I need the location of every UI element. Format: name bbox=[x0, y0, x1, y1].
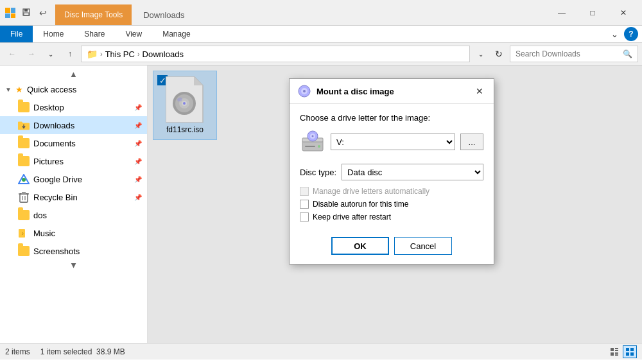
desktop-icon bbox=[18, 101, 30, 113]
large-icons-view-btn[interactable] bbox=[623, 345, 637, 358]
svg-rect-40 bbox=[630, 348, 634, 351]
address-bar: ← → ⌄ ↑ 📁 › This PC › Downloads ⌄ ↻ 🔍 bbox=[0, 43, 642, 65]
disc-image-tools-tab[interactable]: Disc Image Tools bbox=[55, 4, 132, 25]
svg-point-30 bbox=[312, 135, 314, 137]
qat-save-btn[interactable] bbox=[19, 6, 33, 20]
drive-icon bbox=[300, 129, 325, 155]
ribbon-file-tab[interactable]: File bbox=[0, 26, 33, 42]
disc-type-label: Disc type: bbox=[300, 168, 336, 177]
sidebar-item-googledrive[interactable]: Google Drive 📌 bbox=[0, 170, 147, 188]
keep-drive-checkbox[interactable] bbox=[300, 212, 309, 221]
disc-type-select[interactable]: Data disc bbox=[342, 164, 483, 180]
ribbon-collapse-btn[interactable]: ⌄ bbox=[607, 27, 621, 41]
sidebar-scroll-down[interactable]: ▲ bbox=[0, 260, 147, 272]
file-area: ✓ fd11src.is bbox=[148, 65, 642, 343]
ribbon-view-tab[interactable]: View bbox=[115, 26, 152, 42]
sidebar-item-dos[interactable]: dos bbox=[0, 206, 147, 224]
modal-body: Choose a drive letter for the image: bbox=[290, 104, 494, 264]
address-path[interactable]: 📁 › This PC › Downloads bbox=[81, 46, 470, 62]
downloads-folder-icon bbox=[18, 119, 30, 131]
status-bar: 2 items 1 item selected 38.9 MB bbox=[0, 343, 642, 360]
svg-rect-38 bbox=[615, 354, 618, 356]
sidebar-scroll-up[interactable]: ▲ bbox=[0, 68, 147, 80]
search-icon: 🔍 bbox=[623, 49, 632, 58]
pin-icon-recycle: 📌 bbox=[134, 194, 142, 201]
path-home-icon: 📁 bbox=[87, 49, 98, 59]
modal-close-button[interactable]: ✕ bbox=[473, 85, 486, 98]
sidebar-item-recyclebin[interactable]: Recycle Bin 📌 bbox=[0, 188, 147, 206]
minimize-button[interactable]: — bbox=[547, 3, 577, 23]
svg-text:♪: ♪ bbox=[21, 230, 24, 236]
title-bar: ↩ Disc Image Tools Downloads — □ ✕ bbox=[0, 0, 642, 26]
title-tabs: Disc Image Tools Downloads bbox=[55, 0, 547, 25]
ribbon-share-tab[interactable]: Share bbox=[74, 26, 115, 42]
sidebar-item-desktop[interactable]: Desktop 📌 bbox=[0, 98, 147, 116]
refresh-btn[interactable]: ↻ bbox=[490, 46, 507, 62]
svg-rect-34 bbox=[615, 348, 618, 349]
ribbon-manage-tab[interactable]: Manage bbox=[152, 26, 200, 42]
downloads-title-tab[interactable]: Downloads bbox=[134, 4, 193, 25]
drive-letter-select[interactable]: V: bbox=[331, 134, 455, 150]
svg-point-32 bbox=[318, 145, 320, 148]
maximize-button[interactable]: □ bbox=[578, 3, 607, 23]
path-downloads[interactable]: Downloads bbox=[143, 49, 184, 59]
keep-drive-label: Keep drive after restart bbox=[313, 212, 391, 221]
quick-access-icon: ★ bbox=[15, 85, 23, 94]
sidebar-item-pictures[interactable]: Pictures 📌 bbox=[0, 152, 147, 170]
svg-rect-37 bbox=[615, 352, 618, 354]
ok-button[interactable]: OK bbox=[331, 237, 389, 255]
keep-drive-row: Keep drive after restart bbox=[300, 212, 483, 221]
sidebar-item-music[interactable]: ♪ Music bbox=[0, 224, 147, 242]
pictures-icon bbox=[18, 155, 30, 167]
up-button[interactable]: ↑ bbox=[62, 46, 78, 62]
sidebar-item-documents[interactable]: Documents 📌 bbox=[0, 134, 147, 152]
svg-rect-36 bbox=[611, 352, 614, 356]
close-button[interactable]: ✕ bbox=[609, 3, 638, 23]
svg-rect-6 bbox=[24, 13, 29, 15]
modal-app-icon bbox=[297, 84, 311, 98]
title-bar-left: ↩ bbox=[4, 6, 50, 20]
svg-point-8 bbox=[22, 178, 26, 182]
music-icon: ♪ bbox=[18, 227, 30, 239]
ribbon-expand: ⌄ ? bbox=[607, 27, 642, 41]
svg-rect-35 bbox=[615, 350, 618, 351]
disable-autorun-label: Disable autorun for this time bbox=[313, 200, 408, 209]
help-button[interactable]: ? bbox=[624, 27, 638, 41]
back-button[interactable]: ← bbox=[4, 46, 21, 62]
svg-rect-39 bbox=[626, 348, 629, 351]
forward-button[interactable]: → bbox=[23, 46, 40, 62]
search-box[interactable]: 🔍 bbox=[510, 46, 638, 62]
svg-rect-1 bbox=[11, 8, 15, 13]
svg-rect-2 bbox=[5, 13, 10, 18]
googledrive-icon bbox=[18, 173, 30, 185]
pin-icon-downloads: 📌 bbox=[134, 122, 142, 129]
svg-rect-5 bbox=[24, 9, 28, 12]
recent-locations-btn[interactable]: ⌄ bbox=[473, 46, 489, 62]
path-this-pc[interactable]: This PC bbox=[105, 49, 135, 59]
modal-title: Mount a disc image bbox=[317, 87, 468, 96]
search-input[interactable] bbox=[516, 49, 620, 58]
quick-access-arrow: ▼ bbox=[5, 86, 12, 93]
ribbon-tabs: File Home Share View Manage ⌄ ? bbox=[0, 26, 642, 42]
qat-undo-btn[interactable]: ↩ bbox=[36, 6, 50, 20]
modal-title-bar: Mount a disc image ✕ bbox=[290, 79, 494, 104]
pin-icon: 📌 bbox=[134, 104, 142, 111]
dos-icon bbox=[18, 209, 30, 221]
sidebar-quick-access-header[interactable]: ▼ ★ Quick access bbox=[0, 80, 147, 98]
disable-autorun-row: Disable autorun for this time bbox=[300, 200, 483, 209]
dropdown-nav-btn[interactable]: ⌄ bbox=[42, 46, 59, 62]
disable-autorun-checkbox[interactable] bbox=[300, 200, 309, 209]
item-count: 2 items bbox=[5, 347, 30, 356]
choose-drive-label: Choose a drive letter for the image: bbox=[300, 113, 483, 123]
ribbon: File Home Share View Manage ⌄ ? bbox=[0, 26, 642, 43]
details-view-btn[interactable] bbox=[607, 345, 621, 358]
modal-buttons: OK Cancel bbox=[300, 230, 483, 255]
drive-more-button[interactable]: ... bbox=[460, 134, 483, 150]
manage-auto-label: Manage drive letters automatically bbox=[313, 187, 429, 196]
main-area: ▲ ▼ ★ Quick access Desktop 📌 Downloads bbox=[0, 65, 642, 343]
sidebar-item-downloads[interactable]: Downloads 📌 bbox=[0, 116, 147, 134]
ribbon-home-tab[interactable]: Home bbox=[33, 26, 74, 42]
cancel-button[interactable]: Cancel bbox=[394, 237, 452, 255]
sidebar-item-screenshots[interactable]: Screenshots bbox=[0, 242, 147, 260]
view-controls bbox=[607, 345, 637, 358]
